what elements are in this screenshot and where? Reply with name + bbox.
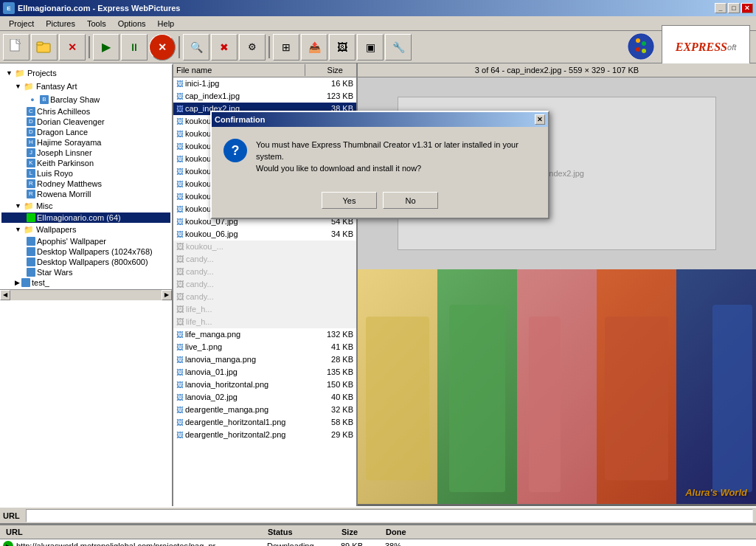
dialog-title-bar[interactable]: Confirmation ✕ xyxy=(212,112,548,127)
confirmation-dialog: Confirmation ✕ ? You must have Express T… xyxy=(210,111,549,219)
dialog-msg-line1: You must have Express Thumbnail Creator … xyxy=(256,140,519,161)
dialog-content: ? You must have Express Thumbnail Creato… xyxy=(212,127,548,186)
dialog-close-button[interactable]: ✕ xyxy=(535,114,545,125)
dialog-msg-line2: Would you like to download and install i… xyxy=(256,164,421,173)
dialog-buttons: Yes No xyxy=(212,186,548,218)
dialog-no-button[interactable]: No xyxy=(383,192,438,209)
dialog-question-icon: ? xyxy=(223,139,247,162)
dialog-message: You must have Express Thumbnail Creator … xyxy=(256,139,536,174)
dialog-yes-button[interactable]: Yes xyxy=(322,192,377,209)
dialog-overlay: Confirmation ✕ ? You must have Express T… xyxy=(0,0,756,546)
dialog-title: Confirmation xyxy=(215,115,265,124)
